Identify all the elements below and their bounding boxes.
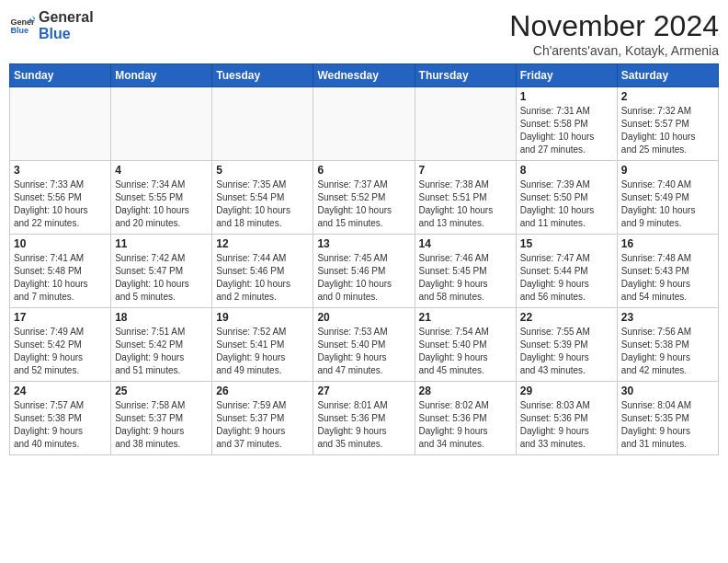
title-block: November 2024 Ch'arents'avan, Kotayk, Ar… (509, 9, 719, 58)
day-info: Sunrise: 7:58 AM Sunset: 5:37 PM Dayligh… (115, 399, 208, 451)
day-info: Sunrise: 7:49 AM Sunset: 5:42 PM Dayligh… (14, 326, 107, 377)
day-info: Sunrise: 7:38 AM Sunset: 5:51 PM Dayligh… (419, 178, 512, 230)
day-info: Sunrise: 7:44 AM Sunset: 5:46 PM Dayligh… (216, 252, 309, 304)
day-number: 24 (14, 385, 107, 397)
calendar-cell (415, 87, 516, 161)
day-number: 12 (216, 237, 309, 250)
day-info: Sunrise: 7:52 AM Sunset: 5:41 PM Dayligh… (216, 326, 309, 377)
calendar-cell: 4Sunrise: 7:34 AM Sunset: 5:55 PM Daylig… (111, 161, 212, 235)
day-number: 15 (520, 237, 613, 250)
day-info: Sunrise: 7:51 AM Sunset: 5:42 PM Dayligh… (115, 326, 208, 377)
calendar-cell: 12Sunrise: 7:44 AM Sunset: 5:46 PM Dayli… (212, 235, 313, 308)
day-number: 16 (621, 237, 714, 250)
day-info: Sunrise: 7:57 AM Sunset: 5:38 PM Dayligh… (14, 399, 107, 451)
day-info: Sunrise: 7:55 AM Sunset: 5:39 PM Dayligh… (520, 326, 613, 377)
calendar-cell: 17Sunrise: 7:49 AM Sunset: 5:42 PM Dayli… (10, 308, 111, 382)
calendar-cell: 25Sunrise: 7:58 AM Sunset: 5:37 PM Dayli… (111, 382, 212, 455)
day-info: Sunrise: 8:02 AM Sunset: 5:36 PM Dayligh… (419, 399, 512, 451)
day-info: Sunrise: 8:01 AM Sunset: 5:36 PM Dayligh… (317, 399, 410, 451)
day-number: 25 (115, 385, 208, 397)
calendar-cell (10, 87, 111, 161)
calendar-cell: 1Sunrise: 7:31 AM Sunset: 5:58 PM Daylig… (516, 87, 617, 161)
day-number: 6 (317, 164, 410, 177)
calendar-cell: 9Sunrise: 7:40 AM Sunset: 5:49 PM Daylig… (617, 161, 718, 235)
calendar-cell (212, 87, 313, 161)
logo-blue-text: Blue (39, 26, 71, 41)
calendar-cell: 21Sunrise: 7:54 AM Sunset: 5:40 PM Dayli… (415, 308, 516, 382)
calendar-cell: 11Sunrise: 7:42 AM Sunset: 5:47 PM Dayli… (111, 235, 212, 308)
day-info: Sunrise: 7:37 AM Sunset: 5:52 PM Dayligh… (317, 178, 410, 230)
weekday-header-sunday: Sunday (10, 64, 111, 87)
calendar-cell: 23Sunrise: 7:56 AM Sunset: 5:38 PM Dayli… (617, 308, 718, 382)
logo: General Blue General Blue (9, 9, 94, 42)
day-info: Sunrise: 7:35 AM Sunset: 5:54 PM Dayligh… (216, 178, 309, 230)
day-number: 19 (216, 311, 309, 324)
day-info: Sunrise: 7:59 AM Sunset: 5:37 PM Dayligh… (216, 399, 309, 451)
day-info: Sunrise: 7:41 AM Sunset: 5:48 PM Dayligh… (14, 252, 107, 304)
day-info: Sunrise: 7:31 AM Sunset: 5:58 PM Dayligh… (520, 105, 613, 156)
logo-icon: General Blue (9, 13, 35, 39)
day-number: 4 (115, 164, 208, 177)
day-number: 1 (520, 90, 613, 103)
weekday-header-thursday: Thursday (415, 64, 516, 87)
day-number: 11 (115, 237, 208, 250)
day-number: 13 (317, 237, 410, 250)
calendar-cell: 14Sunrise: 7:46 AM Sunset: 5:45 PM Dayli… (415, 235, 516, 308)
day-info: Sunrise: 7:39 AM Sunset: 5:50 PM Dayligh… (520, 178, 613, 230)
day-number: 23 (621, 311, 714, 324)
day-number: 10 (14, 237, 107, 250)
day-number: 28 (419, 385, 512, 397)
day-number: 9 (621, 164, 714, 177)
svg-text:Blue: Blue (10, 26, 28, 35)
day-number: 3 (14, 164, 107, 177)
calendar-cell: 28Sunrise: 8:02 AM Sunset: 5:36 PM Dayli… (415, 382, 516, 455)
day-number: 29 (520, 385, 613, 397)
day-info: Sunrise: 8:03 AM Sunset: 5:36 PM Dayligh… (520, 399, 613, 451)
weekday-header-tuesday: Tuesday (212, 64, 313, 87)
day-info: Sunrise: 7:32 AM Sunset: 5:57 PM Dayligh… (621, 105, 714, 156)
day-number: 18 (115, 311, 208, 324)
calendar-cell: 20Sunrise: 7:53 AM Sunset: 5:40 PM Dayli… (313, 308, 415, 382)
calendar-subtitle: Ch'arents'avan, Kotayk, Armenia (509, 43, 719, 58)
calendar-cell: 18Sunrise: 7:51 AM Sunset: 5:42 PM Dayli… (111, 308, 212, 382)
page-header: General Blue General Blue November 2024 … (9, 9, 719, 58)
calendar-cell (111, 87, 212, 161)
day-info: Sunrise: 7:46 AM Sunset: 5:45 PM Dayligh… (419, 252, 512, 304)
calendar-cell: 24Sunrise: 7:57 AM Sunset: 5:38 PM Dayli… (10, 382, 111, 455)
day-info: Sunrise: 7:42 AM Sunset: 5:47 PM Dayligh… (115, 252, 208, 304)
day-info: Sunrise: 7:40 AM Sunset: 5:49 PM Dayligh… (621, 178, 714, 230)
day-number: 30 (621, 385, 714, 397)
day-number: 20 (317, 311, 410, 324)
day-number: 8 (520, 164, 613, 177)
day-number: 21 (419, 311, 512, 324)
calendar-cell: 15Sunrise: 7:47 AM Sunset: 5:44 PM Dayli… (516, 235, 617, 308)
day-number: 27 (317, 385, 410, 397)
calendar-cell: 7Sunrise: 7:38 AM Sunset: 5:51 PM Daylig… (415, 161, 516, 235)
calendar-cell: 22Sunrise: 7:55 AM Sunset: 5:39 PM Dayli… (516, 308, 617, 382)
day-number: 5 (216, 164, 309, 177)
day-info: Sunrise: 7:45 AM Sunset: 5:46 PM Dayligh… (317, 252, 410, 304)
day-number: 22 (520, 311, 613, 324)
calendar-cell: 30Sunrise: 8:04 AM Sunset: 5:35 PM Dayli… (617, 382, 718, 455)
calendar-cell: 6Sunrise: 7:37 AM Sunset: 5:52 PM Daylig… (313, 161, 415, 235)
svg-text:General: General (10, 17, 35, 27)
calendar-cell: 29Sunrise: 8:03 AM Sunset: 5:36 PM Dayli… (516, 382, 617, 455)
day-info: Sunrise: 7:53 AM Sunset: 5:40 PM Dayligh… (317, 326, 410, 377)
weekday-header-monday: Monday (111, 64, 212, 87)
calendar-table: SundayMondayTuesdayWednesdayThursdayFrid… (9, 63, 719, 455)
day-info: Sunrise: 7:54 AM Sunset: 5:40 PM Dayligh… (419, 326, 512, 377)
day-info: Sunrise: 7:33 AM Sunset: 5:56 PM Dayligh… (14, 178, 107, 230)
day-info: Sunrise: 7:34 AM Sunset: 5:55 PM Dayligh… (115, 178, 208, 230)
calendar-cell: 16Sunrise: 7:48 AM Sunset: 5:43 PM Dayli… (617, 235, 718, 308)
weekday-header-wednesday: Wednesday (313, 64, 415, 87)
day-info: Sunrise: 7:56 AM Sunset: 5:38 PM Dayligh… (621, 326, 714, 377)
day-info: Sunrise: 7:47 AM Sunset: 5:44 PM Dayligh… (520, 252, 613, 304)
calendar-title: November 2024 (509, 9, 719, 43)
day-number: 26 (216, 385, 309, 397)
day-info: Sunrise: 7:48 AM Sunset: 5:43 PM Dayligh… (621, 252, 714, 304)
calendar-cell: 26Sunrise: 7:59 AM Sunset: 5:37 PM Dayli… (212, 382, 313, 455)
calendar-cell: 3Sunrise: 7:33 AM Sunset: 5:56 PM Daylig… (10, 161, 111, 235)
weekday-header-friday: Friday (516, 64, 617, 87)
day-number: 17 (14, 311, 107, 324)
calendar-cell: 13Sunrise: 7:45 AM Sunset: 5:46 PM Dayli… (313, 235, 415, 308)
